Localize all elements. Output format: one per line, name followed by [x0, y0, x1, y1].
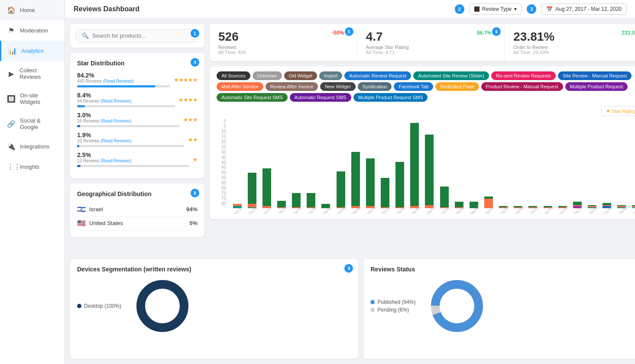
- sidebar-item-moderation[interactable]: ⚑ Moderation: [0, 20, 65, 41]
- bar-group: 02/01/18: [319, 204, 333, 214]
- bar-group: 10/01/19: [570, 202, 584, 214]
- filter-tag[interactable]: Syndication: [358, 82, 392, 91]
- y-axis-label: 65: [217, 186, 226, 190]
- bar-group: 01/01/18: [305, 193, 318, 214]
- chart-container: 80757065605550454035302520151050 08/01/1…: [217, 119, 635, 214]
- sidebar-item-social[interactable]: 🔗 Social & Google: [0, 111, 65, 136]
- review-type-button[interactable]: Review Type ▾: [470, 3, 522, 15]
- stat-number-2: 23.81%: [513, 30, 554, 44]
- social-icon: 🔗: [7, 120, 16, 128]
- bar-group: 04/01/19: [512, 206, 525, 214]
- legend-published: Published (94%): [370, 299, 415, 305]
- sidebar-item-widgets[interactable]: 🔲 On-site Widgets: [0, 86, 65, 111]
- filter-tag[interactable]: Multiple Product Request: [565, 82, 628, 91]
- badge-3: 3: [527, 4, 536, 14]
- filter-tag[interactable]: All Sources: [217, 71, 250, 80]
- bar-group: 05/01/19: [526, 206, 540, 214]
- chart-scroll[interactable]: 08/01/17 09/01/17 10/01/17 11/01/17 12/0…: [229, 119, 635, 214]
- bar-segment-green: [262, 168, 271, 206]
- geo-row: 🇺🇸 United States 5%: [77, 216, 198, 230]
- star-distribution-card: 4 Star Distribution 84.2% 443 Reviews (R…: [70, 53, 204, 178]
- svg-point-2: [149, 292, 176, 320]
- devices-legend: Desktop (100%): [77, 303, 121, 311]
- sidebar: 🏠 Home ⚑ Moderation 📊 Analytics ▶ Collec…: [0, 0, 65, 364]
- filter-tag[interactable]: Automatic Review Request: [344, 71, 411, 80]
- sidebar-item-analytics[interactable]: 📊 Analytics: [0, 41, 65, 61]
- country-name: United States: [89, 220, 189, 226]
- sidebar-item-collect-reviews[interactable]: ▶ Collect Reviews: [0, 61, 65, 86]
- sidebar-item-insights[interactable]: ⋮⋮ Insights: [0, 157, 65, 177]
- chart-card: All SourcesUnknownOld WidgetImportAutoma…: [210, 66, 635, 219]
- date-range-button[interactable]: 📅 Aug 27, 2017 - Mar 12, 2020: [541, 3, 626, 15]
- badge-stat-1: 6: [492, 27, 501, 36]
- filter-tag[interactable]: Re-sent Review Requests: [491, 71, 556, 80]
- y-axis-label: 0: [217, 119, 226, 123]
- filter-tag[interactable]: Review After Invoice: [266, 82, 318, 91]
- bar-segment-green: [573, 202, 582, 205]
- bar-group: 07/01/18: [393, 162, 407, 214]
- status-donut: [429, 278, 485, 335]
- main-content: Reviews Dashboard 2 Review Type ▾ 3 📅 Au…: [65, 0, 635, 364]
- flag-icon: 🇺🇸: [77, 219, 86, 227]
- star-row: 84.2% 443 Reviews (Read Reviews) ★★★★★: [77, 72, 198, 87]
- filter-tag[interactable]: Facebook Tab: [394, 82, 433, 91]
- svg-point-5: [443, 292, 471, 320]
- y-axis-label: 30: [217, 150, 226, 155]
- widgets-icon: 🔲: [7, 95, 16, 103]
- bar-group: 11/01/17: [275, 201, 288, 214]
- review-type-label: Review Type: [482, 6, 512, 12]
- filter-tag[interactable]: Automatic Request SMS: [290, 93, 351, 102]
- search-box[interactable]: 🔍: [75, 29, 199, 42]
- bar-group: 11/01/19: [585, 205, 599, 214]
- filter-tag[interactable]: Mail After Service: [217, 82, 263, 91]
- star-icon: ★: [606, 108, 610, 114]
- sidebar-item-home-label: Home: [20, 7, 35, 13]
- y-axis-label: 20: [217, 139, 226, 144]
- filter-tag[interactable]: Import: [319, 71, 342, 80]
- filter-tag[interactable]: Product Review - Manual Request: [481, 82, 563, 91]
- badge-stat-0: 5: [345, 27, 353, 36]
- star-rating-filter[interactable]: ★ Star Rating ▾: [601, 106, 635, 116]
- sidebar-item-integrations[interactable]: 🔌 Integrations: [0, 136, 65, 157]
- bar-stack: [248, 173, 256, 209]
- bar-group: 10/01/17: [260, 168, 273, 214]
- filter-tag[interactable]: Automatic Site Request SMS: [217, 93, 288, 102]
- bar-group: 10/01/18: [437, 187, 451, 214]
- sidebar-item-home[interactable]: 🏠 Home: [0, 0, 65, 20]
- filter-tag[interactable]: Site Review - Manual Request: [558, 71, 632, 80]
- star-distribution-rows: 84.2% 443 Reviews (Read Reviews) ★★★★★ 8…: [77, 72, 198, 167]
- geo-row: 🇮🇱 Israel 94%: [77, 203, 198, 216]
- pending-label: Pending (6%): [377, 307, 409, 313]
- filter-tag[interactable]: New Widget: [320, 82, 355, 91]
- devices-donut: [134, 278, 191, 335]
- y-axis-label: 5: [217, 124, 226, 129]
- search-input[interactable]: [92, 32, 193, 39]
- bar-stack: [351, 152, 360, 208]
- stat-label-1: Average Star Rating: [366, 45, 409, 50]
- y-axis-label: 40: [217, 160, 226, 165]
- geo-title: Geographical Distribution: [77, 190, 198, 197]
- home-icon: 🏠: [7, 6, 16, 14]
- bar-group: 03/01/18: [334, 171, 347, 214]
- filter-tag[interactable]: Unknown: [253, 71, 282, 80]
- filter-tag[interactable]: Old Widget: [284, 71, 317, 80]
- y-axis-label: 60: [217, 180, 226, 185]
- stat-block-2: 7 23.81% Order to Review 233.3% ↑ All Ti…: [505, 24, 635, 61]
- sidebar-item-collect-label: Collect Reviews: [19, 67, 58, 80]
- bar-segment-green: [410, 123, 419, 206]
- sidebar-item-social-label: Social & Google: [20, 117, 58, 130]
- star-row: 3.0% 16 Reviews (Read Reviews) ★★★: [77, 112, 198, 127]
- bar-group: 09/01/18: [423, 135, 436, 214]
- filter-tag[interactable]: Automated Site Review (Slider): [413, 71, 489, 80]
- moderation-icon: ⚑: [7, 26, 16, 35]
- y-axis-label: 80: [217, 201, 226, 206]
- stat-number-0: 526: [218, 30, 239, 44]
- desktop-label: Desktop (100%): [84, 303, 121, 309]
- bar-segment-green: [248, 173, 256, 204]
- bar-stack: [395, 162, 404, 209]
- chart-yaxis: 80757065605550454035302520151050: [217, 119, 229, 214]
- filter-tag[interactable]: Dedicated Page: [435, 82, 479, 91]
- filter-tag[interactable]: Multiple Product Request SMS: [353, 93, 428, 102]
- bar-group: 06/01/19: [541, 206, 554, 214]
- reviews-status-content: Published (94%) Pending (6%): [370, 278, 635, 335]
